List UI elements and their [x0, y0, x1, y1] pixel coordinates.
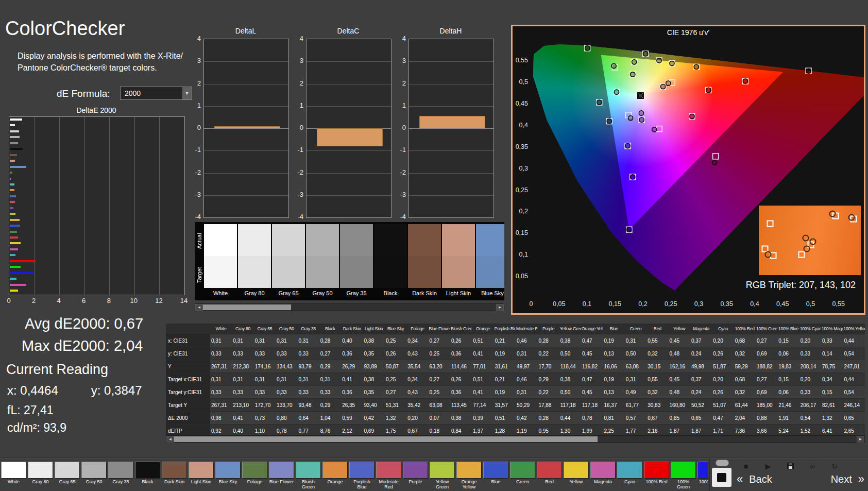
axis-tick-label: -4: [288, 213, 303, 221]
table-cell: 63,20: [429, 360, 450, 373]
patch-button[interactable]: Purplish Blue: [349, 462, 375, 490]
axis-tick-label: 4: [288, 35, 303, 43]
scroll-left-button[interactable]: ◄: [166, 436, 174, 443]
table-cell: 0,64: [297, 412, 319, 425]
patch-button[interactable]: Blue Sky: [215, 462, 241, 490]
scroll-thumb[interactable]: [203, 304, 291, 310]
table-cell: 0,33: [821, 334, 843, 347]
swatch-label: Gray 35: [340, 288, 373, 300]
patch-button[interactable]: Yellow Green: [430, 462, 455, 490]
patch-button[interactable]: Gray 35: [108, 462, 133, 490]
patch-button[interactable]: Gray 65: [55, 462, 80, 490]
column-header: 100% Yellow: [843, 324, 865, 334]
patch-button[interactable]: Green: [510, 462, 535, 490]
patch-label: Gray 80: [28, 479, 53, 485]
patch-button[interactable]: 100% Green: [671, 462, 696, 490]
stop-button[interactable]: ■: [738, 461, 754, 471]
stop-icon: ■: [744, 462, 748, 470]
column-header: Dark Skin: [341, 324, 363, 334]
table-cell: 0,19: [494, 347, 516, 360]
table-row: x: CIE310,310,310,310,310,310,280,400,38…: [166, 334, 865, 347]
column-header: Green: [625, 324, 646, 334]
patch-button[interactable]: Blue: [483, 462, 508, 490]
swatch-label: White: [204, 288, 237, 300]
measured-marker: [607, 119, 611, 124]
axis-tick-label: 14: [177, 297, 191, 304]
column-header: Magenta: [690, 324, 712, 334]
swatch-pair: Blue Sky: [476, 224, 504, 300]
deltac-y-axis: 43210-1-2-3-4: [288, 39, 303, 217]
refresh-button[interactable]: ↻: [826, 461, 843, 471]
table-cell: 0,51: [472, 373, 493, 386]
table-cell: 77,01: [472, 360, 493, 373]
de-formula-dropdown[interactable]: 2000 ▼: [120, 87, 192, 100]
page-title: ColorChecker: [5, 18, 125, 40]
scroll-right-button[interactable]: ►: [857, 436, 864, 443]
patch-button[interactable]: Gray 80: [28, 462, 53, 490]
table-cell: 0,38: [559, 373, 581, 386]
patch-button[interactable]: White: [1, 462, 26, 490]
deltae-bar: [10, 248, 18, 250]
scroll-left-button[interactable]: ◄: [195, 304, 203, 311]
patch-button[interactable]: Blue Flower: [269, 462, 294, 490]
patch-button[interactable]: Gray 50: [81, 462, 107, 490]
swatch-target: [272, 256, 305, 288]
patch-button[interactable]: Black: [135, 462, 160, 490]
patch-button[interactable]: Cyan: [617, 462, 642, 490]
play-button[interactable]: ▶: [760, 461, 776, 471]
table-cell: 0,33: [799, 347, 821, 360]
patch-label: Orange Yellow: [456, 479, 482, 489]
table-cell: 0,32: [646, 347, 668, 360]
table-cell: 21,46: [777, 399, 799, 412]
patch-button[interactable]: Dark Skin: [162, 462, 187, 490]
patch-button[interactable]: 100% Blue: [697, 462, 708, 490]
table-scrollbar[interactable]: ◄►: [166, 435, 865, 443]
save-button[interactable]: [782, 461, 798, 471]
patch-swatch: [349, 462, 375, 479]
column-header: Blue: [603, 324, 624, 334]
gridline: [134, 117, 135, 295]
scroll-track[interactable]: [174, 436, 857, 443]
patch-button[interactable]: Red: [537, 462, 562, 490]
table-cell: 0,33: [297, 386, 319, 399]
back-button[interactable]: « Back: [737, 472, 772, 486]
patch-button[interactable]: Light Skin: [189, 462, 214, 490]
patch-button[interactable]: 100% Red: [644, 462, 669, 490]
table-cell: 172,70: [254, 399, 276, 412]
deltae2000-x-axis: 02468101214: [9, 297, 184, 305]
patch-button[interactable]: Yellow: [564, 462, 589, 490]
swatch-target: [476, 256, 504, 288]
table-cell: 93,79: [297, 360, 319, 373]
table-cell: 116,82: [581, 360, 603, 373]
swatch-target: [238, 256, 271, 288]
handle-button[interactable]: [716, 460, 729, 466]
pattern-window-button[interactable]: [712, 468, 731, 487]
patch-button[interactable]: Bluish Green: [296, 462, 321, 490]
patch-button[interactable]: Foliage: [242, 462, 267, 490]
patch-button[interactable]: Orange Yellow: [456, 462, 482, 490]
scroll-right-button[interactable]: ►: [496, 304, 504, 311]
scroll-thumb[interactable]: [174, 436, 598, 442]
column-header: Gray 65: [254, 324, 276, 334]
swatch-pair: White: [204, 224, 237, 300]
scroll-track[interactable]: [203, 304, 496, 311]
loop-button[interactable]: ∞: [804, 461, 821, 471]
swatch-pair: Light Skin: [442, 224, 475, 300]
patch-button[interactable]: Orange: [322, 462, 348, 490]
table-cell: 0,25: [429, 386, 450, 399]
row-label: y: CIE31: [166, 347, 210, 360]
gridline: [59, 117, 60, 295]
gridline: [109, 117, 110, 295]
table-cell: 0,26: [450, 373, 472, 386]
measured-marker: [670, 61, 674, 65]
patch-button[interactable]: Moderate Red: [376, 462, 401, 490]
next-button[interactable]: Next »: [831, 472, 864, 486]
swatch-scrollbar[interactable]: ◄►: [195, 303, 504, 311]
table-cell: 0,55: [646, 334, 668, 347]
patch-button[interactable]: Purple: [403, 462, 428, 490]
table-cell: 0,73: [254, 412, 276, 425]
table-cell: 0,20: [712, 334, 734, 347]
axis-tick-label: 3: [185, 57, 201, 65]
patch-button[interactable]: Magenta: [590, 462, 616, 490]
chevron-right-icon: »: [858, 472, 864, 486]
